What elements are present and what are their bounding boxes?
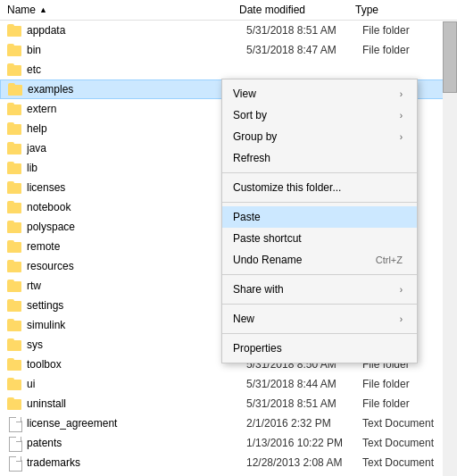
menu-item-label: Sort by	[233, 109, 267, 121]
file-explorer: Name ▲ Date modified Type appdata5/31/20…	[0, 0, 457, 476]
submenu-arrow-icon: ›	[400, 285, 403, 295]
menu-item-label: Refresh	[233, 152, 270, 164]
file-type: File folder	[362, 24, 410, 37]
file-row[interactable]: etc	[0, 60, 457, 79]
menu-separator	[222, 172, 417, 173]
menu-item-label: View	[233, 88, 256, 100]
folder-icon	[7, 260, 23, 272]
file-name: polyspace	[27, 221, 246, 233]
folder-icon	[7, 181, 23, 194]
menu-item-label: Group by	[233, 130, 277, 143]
menu-item-customize-this-folder[interactable]: Customize this folder...	[222, 177, 417, 198]
folder-icon	[8, 83, 24, 96]
header-type[interactable]: Type	[355, 4, 457, 16]
scrollbar[interactable]	[443, 21, 457, 476]
menu-shortcut: Ctrl+Z	[376, 255, 403, 265]
folder-icon	[7, 378, 23, 390]
menu-item-label: Properties	[233, 342, 282, 355]
menu-separator	[222, 304, 417, 305]
file-date: 12/28/2013 2:08 AM	[246, 456, 362, 469]
file-name: remote	[27, 240, 246, 253]
file-row[interactable]: license_agreement2/1/2016 2:32 PMText Do…	[0, 413, 457, 433]
file-name: ui	[27, 378, 246, 390]
menu-item-label: Undo Rename	[233, 254, 302, 266]
folder-icon	[7, 142, 23, 154]
menu-item-label: Customize this folder...	[233, 181, 341, 194]
file-row[interactable]: patents1/13/2016 10:22 PMText Document	[0, 433, 457, 453]
folder-icon	[7, 338, 23, 351]
file-name: bin	[27, 44, 246, 56]
file-type: File folder	[362, 378, 410, 390]
folder-icon	[7, 24, 23, 37]
menu-item-refresh[interactable]: Refresh	[222, 147, 417, 169]
scrollbar-thumb[interactable]	[443, 21, 457, 93]
document-icon	[7, 437, 23, 449]
file-type: Text Document	[362, 437, 434, 449]
file-name: simulink	[27, 319, 246, 331]
document-icon	[7, 456, 23, 469]
file-date: 5/31/2018 8:47 AM	[246, 44, 362, 56]
file-type: File folder	[362, 397, 410, 410]
menu-item-paste-shortcut[interactable]: Paste shortcut	[222, 228, 417, 249]
folder-icon	[7, 280, 23, 292]
folder-icon	[7, 240, 23, 253]
file-row[interactable]: appdata5/31/2018 8:51 AMFile folder	[0, 21, 457, 40]
file-name: etc	[27, 63, 246, 76]
menu-separator	[222, 333, 417, 334]
folder-icon	[7, 221, 23, 233]
file-name: extern	[27, 103, 246, 115]
submenu-arrow-icon: ›	[400, 132, 403, 142]
file-name: rtw	[27, 280, 246, 292]
folder-icon	[7, 319, 23, 331]
file-name: lib	[27, 162, 246, 174]
submenu-arrow-icon: ›	[400, 111, 403, 121]
file-name: help	[27, 122, 246, 135]
menu-item-paste[interactable]: Paste	[222, 206, 417, 228]
file-list-header: Name ▲ Date modified Type	[0, 0, 457, 21]
folder-icon	[7, 63, 23, 76]
folder-icon	[7, 397, 23, 410]
file-date: 1/13/2016 10:22 PM	[246, 437, 362, 449]
file-date: 5/31/2018 8:51 AM	[246, 24, 362, 37]
file-row[interactable]: uninstall5/31/2018 8:51 AMFile folder	[0, 394, 457, 413]
submenu-arrow-icon: ›	[400, 314, 403, 324]
menu-item-sort-by[interactable]: Sort by›	[222, 104, 417, 126]
file-name: settings	[27, 299, 246, 312]
file-type: File folder	[362, 44, 410, 56]
file-name: examples	[28, 83, 247, 96]
menu-separator	[222, 202, 417, 203]
file-date: 2/1/2016 2:32 PM	[246, 417, 362, 430]
file-name: sys	[27, 338, 246, 351]
menu-item-view[interactable]: View›	[222, 83, 417, 104]
file-date: 5/31/2018 8:44 AM	[246, 378, 362, 390]
folder-icon	[7, 358, 23, 371]
header-name[interactable]: Name ▲	[7, 4, 239, 16]
file-row[interactable]: trademarks12/28/2013 2:08 AMText Documen…	[0, 453, 457, 472]
header-date[interactable]: Date modified	[239, 4, 355, 16]
file-name: toolbox	[27, 358, 246, 371]
menu-item-label: Paste	[233, 211, 261, 223]
file-name: appdata	[27, 24, 246, 37]
folder-icon	[7, 201, 23, 213]
file-name: java	[27, 142, 246, 154]
folder-icon	[7, 299, 23, 312]
file-name: notebook	[27, 201, 246, 213]
menu-item-properties[interactable]: Properties	[222, 338, 417, 359]
file-row[interactable]: ui5/31/2018 8:44 AMFile folder	[0, 374, 457, 394]
submenu-arrow-icon: ›	[400, 89, 403, 99]
file-row[interactable]: bin5/31/2018 8:47 AMFile folder	[0, 40, 457, 60]
menu-item-share-with[interactable]: Share with›	[222, 279, 417, 300]
folder-icon	[7, 162, 23, 174]
menu-item-group-by[interactable]: Group by›	[222, 126, 417, 147]
menu-item-label: New	[233, 313, 254, 325]
folder-icon	[7, 122, 23, 135]
sort-arrow-icon: ▲	[39, 5, 47, 14]
menu-item-new[interactable]: New›	[222, 308, 417, 330]
file-name: patents	[27, 437, 246, 449]
file-type: Text Document	[362, 456, 434, 469]
menu-item-undo-rename[interactable]: Undo RenameCtrl+Z	[222, 249, 417, 271]
menu-separator	[222, 274, 417, 275]
file-name: license_agreement	[27, 417, 246, 430]
folder-icon	[7, 103, 23, 115]
menu-item-label: Share with	[233, 283, 284, 296]
